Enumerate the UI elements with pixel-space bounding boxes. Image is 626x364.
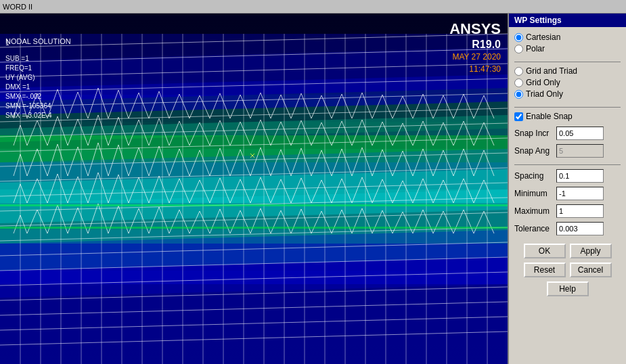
grid-triad-label: Grid and Triad [526,66,577,76]
spacing-row: Spacing [514,169,621,183]
triad-only-radio[interactable] [514,90,523,99]
legend-line-4: DMX =1 [5,83,52,92]
radio-polar[interactable]: Polar [514,44,621,53]
ok-apply-row: OK Apply [514,244,621,258]
maximum-row: Maximum [514,204,621,218]
viewport: 1 NODAL SOLUTION SUB =1 FREQ=1 UY (AVG) … [0,14,508,364]
spacing-label: Spacing [514,171,556,181]
legend-line-3: UY (AVG) [5,73,52,83]
legend-text: SUB =1 FREQ=1 UY (AVG) DMX =1 SMX =-.002… [5,54,52,120]
help-row: Help [514,281,621,296]
mesh-visualization [0,14,508,364]
title-text: WORD II [3,3,32,11]
legend-line-1: SUB =1 [5,54,52,64]
grid-triad-radio[interactable] [514,67,523,76]
separator-1 [514,62,621,62]
snap-ang-label: Snap Ang [514,146,556,156]
radio-cartesian[interactable]: Cartesian [514,32,621,42]
display-group: Grid and Triad Grid Only Triad Only [514,66,621,99]
cartesian-label: Cartesian [526,32,560,42]
tolerance-row: Tolerance [514,222,621,235]
legend-line-5: SMX =-.002 [5,92,52,101]
tolerance-input[interactable] [556,222,604,235]
snap-incr-input[interactable] [556,127,604,140]
minimum-row: Minimum [514,187,621,200]
sidebar-content: Cartesian Polar Grid and Triad Grid Only [509,27,626,302]
legend-line-7: SMX =-3.02E-4 [5,111,52,120]
ok-button[interactable]: OK [524,244,566,258]
snap-incr-row: Snap Incr [514,127,621,140]
reset-cancel-row: Reset Cancel [514,263,621,277]
snap-ang-row: Snap Ang [514,144,621,158]
legend-line-6: SMN =-105364 [5,101,52,111]
coordinate-system-group: Cartesian Polar [514,32,621,53]
triad-only-label: Triad Only [526,89,563,99]
spacing-input[interactable] [556,169,604,183]
snap-ang-input [556,144,604,158]
enable-snap-label: Enable Snap [526,112,573,121]
main-area: 1 NODAL SOLUTION SUB =1 FREQ=1 UY (AVG) … [0,14,626,364]
separator-2 [514,107,621,108]
maximum-label: Maximum [514,206,556,216]
nodal-solution-label: NODAL SOLUTION [5,37,71,45]
radio-grid-triad[interactable]: Grid and Triad [514,66,621,76]
enable-snap-checkbox[interactable] [514,112,523,121]
tolerance-label: Tolerance [514,224,556,233]
svg-rect-66 [0,204,508,206]
svg-rect-67 [0,227,508,229]
radio-triad-only[interactable]: Triad Only [514,89,621,99]
apply-button[interactable]: Apply [570,244,612,258]
separator-3 [514,164,621,165]
date-time: MAY 27 2020 11:47:30 [452,51,501,75]
polar-radio[interactable] [514,45,523,53]
minimum-input[interactable] [556,187,604,200]
polar-label: Polar [526,44,545,53]
reset-button[interactable]: Reset [524,263,566,277]
snap-incr-label: Snap Incr [514,129,556,138]
wp-settings-panel: WP Settings Cartesian Polar Grid and Tri… [508,14,626,364]
sidebar-title: WP Settings [509,14,626,27]
cancel-button[interactable]: Cancel [570,263,612,277]
enable-snap-item[interactable]: Enable Snap [514,112,621,121]
ansys-label: ANSYS R19.0 [449,20,501,51]
radio-grid-only[interactable]: Grid Only [514,78,621,87]
legend-line-2: FREQ=1 [5,64,52,73]
help-button[interactable]: Help [547,281,589,296]
grid-only-radio[interactable] [514,78,523,87]
title-bar: WORD II [0,0,626,14]
grid-only-label: Grid Only [526,78,560,87]
cartesian-radio[interactable] [514,33,523,42]
minimum-label: Minimum [514,189,556,198]
maximum-input[interactable] [556,204,604,218]
